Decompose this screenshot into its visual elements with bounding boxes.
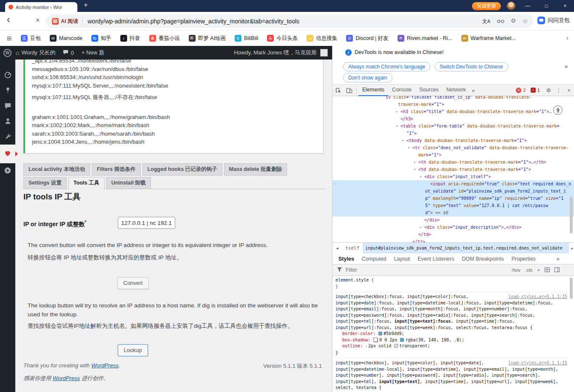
code-line[interactable]: </h3> xyxy=(332,115,574,122)
wordpress-link-zh[interactable]: WordPress xyxy=(53,375,80,381)
code-line[interactable]: traverse-mark="1"> xyxy=(332,101,574,108)
css-selector-line[interactable]: input[type=number], input[type=password]… xyxy=(335,372,568,379)
inspect-element-icon[interactable] xyxy=(332,87,344,94)
css-selector-line[interactable]: input[type=email]:focus, input[type=mont… xyxy=(335,306,568,312)
styles-filter-input[interactable] xyxy=(346,267,508,273)
disclosure-open-icon[interactable]: ▾ xyxy=(396,122,398,130)
code-line[interactable]: d"> == $0 xyxy=(332,209,574,216)
address-bar[interactable]: AI 阅读 wordy/wp-admin/admin.php?page=plai… xyxy=(46,14,533,28)
sidebar-item-tools[interactable] xyxy=(0,129,15,145)
new-tab-button[interactable]: + xyxy=(84,1,88,9)
maximize-button[interactable]: □ xyxy=(540,3,553,9)
grid-toggle-icon[interactable] xyxy=(545,267,550,273)
ask-doubao-button[interactable]: 问问豆包 xyxy=(537,17,570,24)
shadow-editor-icon[interactable] xyxy=(373,338,378,342)
bookmark-item[interactable]: 番番茄小说 xyxy=(149,35,180,42)
ai-read-button[interactable]: AI 阅读 xyxy=(51,17,83,26)
bookmark-item[interactable]: bBiliBili xyxy=(235,35,258,42)
notice-button[interactable]: Always match Chrome's language xyxy=(343,62,430,71)
devtools-tab-elements[interactable]: Elements xyxy=(358,85,388,96)
stylesheet-link[interactable]: load-styles…er=5.1.1:15 xyxy=(509,294,567,300)
code-line[interactable]: ▾<td data-doubao-translate-traverse-mark… xyxy=(332,166,574,173)
adminbar-site-name[interactable]: ⌂ Wordy 兄长的 xyxy=(16,49,55,57)
color-swatch-icon[interactable] xyxy=(378,332,382,335)
bookmark-item[interactable]: RRiven.market - Ri... xyxy=(398,35,452,42)
transparent-swatch-icon[interactable] xyxy=(394,344,398,348)
bookmark-item[interactable]: 头今日头条 xyxy=(267,35,298,42)
code-line[interactable]: ▸<h3 class="title" data-doubao-translate… xyxy=(332,108,574,115)
expand-arrow-icon[interactable]: ▸ xyxy=(365,344,367,348)
css-declaration[interactable]: outline: ▸2px solid transparent; xyxy=(335,343,568,350)
sidebar-item-posts[interactable] xyxy=(0,83,15,99)
bookmark-item[interactable]: ▭信息搜集 xyxy=(307,35,337,42)
bookmark-star-icon[interactable]: ☆ xyxy=(523,17,528,25)
device-toolbar-icon[interactable] xyxy=(344,87,355,94)
lookup-button[interactable]: Lookup xyxy=(118,344,148,356)
disclosure-open-icon[interactable]: ▾ xyxy=(402,137,404,144)
disclosure-open-icon[interactable]: ▾ xyxy=(420,173,422,180)
adminbar-comments[interactable]: 0 xyxy=(63,50,74,56)
url-text[interactable]: wordy/wp-admin/admin.php?page=plainview_… xyxy=(88,18,483,25)
bookmark-item[interactable]: WWarframe Market... xyxy=(461,35,516,42)
css-selector-line[interactable]: load-styles…er=5.1.1:15input[type=checkb… xyxy=(335,360,568,366)
css-selector-line[interactable]: input[type=date]:focus, input[type=datet… xyxy=(335,300,568,307)
code-line[interactable]: ▾<tr class="does_not_validate" data-doub… xyxy=(332,144,574,151)
style-tab-event-listeners[interactable]: Event Listeners xyxy=(418,256,454,262)
code-line[interactable]: </div> xyxy=(332,216,574,224)
style-tab-dom-breakpoints[interactable]: DOM Breakpoints xyxy=(462,256,504,262)
style-tab-layout[interactable]: Layout xyxy=(394,256,410,262)
devtools-close-icon[interactable]: × xyxy=(564,87,574,94)
code-line[interactable]: ▾<table class="form-table" data-doubao-t… xyxy=(332,122,574,130)
nav-tab[interactable]: Filters 筛选条件 xyxy=(92,163,141,176)
css-selector-line[interactable]: input[type=datetime-local], input[type=d… xyxy=(335,366,568,373)
bookmark-item[interactable]: MMarscode xyxy=(50,35,82,42)
css-selector-line[interactable]: input[type=tel], input[type=text], input… xyxy=(335,379,568,385)
breadcrumb-back-icon[interactable]: ◂ xyxy=(332,246,342,250)
nav-tab[interactable]: Mass delete 批量删除 xyxy=(224,163,287,176)
color-swatch-icon[interactable] xyxy=(400,338,404,342)
filter-toggle[interactable]: + xyxy=(537,267,540,273)
nav-tab[interactable]: Logged hooks 已记录的钩子 xyxy=(142,163,222,176)
notice-button[interactable]: Don't show again xyxy=(343,73,392,82)
code-line[interactable]: </td> xyxy=(332,231,574,238)
css-declaration[interactable]: box-shadow: 0 0 2px rgba(30, 140, 190, .… xyxy=(335,337,568,344)
styles-scrollbar-thumb[interactable] xyxy=(570,278,573,299)
bookmark-item[interactable]: DDiscord | 好友 xyxy=(346,35,389,42)
code-line[interactable]: </tr> xyxy=(332,238,574,242)
css-selector-line[interactable]: load-styles…er=5.1.1:15input[type=checkb… xyxy=(335,294,568,300)
disclosure-closed-icon[interactable]: ▸ xyxy=(420,224,422,231)
sidebar-item-video[interactable] xyxy=(0,163,15,179)
stylesheet-link[interactable]: load-styles…er=5.1.1:15 xyxy=(509,360,567,366)
css-selector-line[interactable]: input[type=tel]:focus, input[type=text]:… xyxy=(335,318,568,325)
code-line[interactable]: ▸<div class="input_description">…</div> xyxy=(332,224,574,231)
nav-tab[interactable]: Local activity 本地活动 xyxy=(23,163,90,176)
disclosure-open-icon[interactable]: ▾ xyxy=(408,144,410,151)
bookmark-item[interactable]: 知知乎 xyxy=(91,35,111,42)
browser-tab[interactable]: Activity monitor ‹ Wor xyxy=(5,2,77,12)
code-line[interactable]: ▾<div class="input_itself"> xyxy=(332,173,574,180)
breadcrumb-forward-icon[interactable]: ▸ xyxy=(571,246,573,250)
bookmark-item[interactable]: 即即梦 AI绘画 xyxy=(189,35,226,42)
css-selector-line[interactable]: input[type=url]:focus, input[type=week]:… xyxy=(335,325,568,331)
profile-avatar[interactable] xyxy=(507,2,515,10)
filter-toggle[interactable]: .cls xyxy=(525,267,532,273)
elements-scrollbar-thumb[interactable] xyxy=(570,197,573,233)
filter-toggle[interactable]: :hov xyxy=(511,267,520,273)
code-line[interactable]: "1"> xyxy=(332,130,574,137)
style-tab-styles[interactable]: Styles xyxy=(338,256,354,262)
style-tabs-more-icon[interactable]: » xyxy=(557,256,560,262)
sidebar-item-comments[interactable] xyxy=(0,99,15,114)
disclosure-closed-icon[interactable]: ▸ xyxy=(396,108,398,115)
adminbar-new-button[interactable]: + New 新 xyxy=(82,49,105,57)
code-line[interactable]: p" maxlength="99999" name="ip" required=… xyxy=(332,195,574,202)
apps-grid-icon[interactable]: ⊞ xyxy=(7,35,12,42)
code-line[interactable]: 5" type="text" value="127.0.0.1 | cat /e… xyxy=(332,202,574,209)
close-button[interactable]: × xyxy=(559,3,571,9)
convert-button[interactable]: Convert xyxy=(117,277,149,289)
extensions-icon[interactable] xyxy=(511,18,516,25)
code-line[interactable]: ▾<tbody data-doubao-translate-traverse-m… xyxy=(332,137,574,144)
sidebar-item-users[interactable] xyxy=(0,114,15,129)
code-line[interactable]: ot_validate" id="plainview_sdk_pvam_form… xyxy=(332,187,574,195)
stop-button[interactable]: × xyxy=(36,17,40,24)
devtools-tab-network[interactable]: Network xyxy=(443,85,470,96)
